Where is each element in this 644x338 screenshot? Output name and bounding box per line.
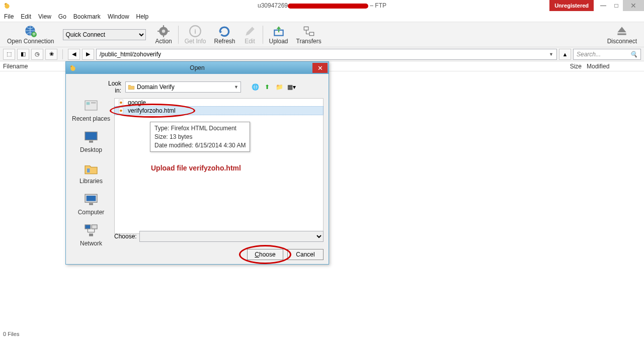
up-level-icon[interactable]: ⬆ [263, 83, 271, 91]
svg-rect-22 [87, 102, 90, 105]
html-file-icon [118, 99, 125, 106]
refresh-icon [218, 25, 231, 38]
svg-rect-29 [89, 203, 93, 205]
file-tooltip: Type: Firefox HTML Document Size: 13 byt… [150, 122, 250, 152]
html-file-icon [118, 107, 125, 114]
menu-help[interactable]: Help [136, 13, 149, 20]
app-icon [3, 2, 11, 10]
minimize-button[interactable]: — [597, 0, 610, 11]
search-field[interactable]: Search... 🔍 [573, 49, 641, 60]
path-field[interactable]: /public_html/zohoverify ▼ [96, 49, 557, 60]
menu-bar: File Edit View Go Bookmark Window Help [0, 11, 644, 22]
pencil-icon [244, 25, 257, 38]
places-sidebar: Recent places Desktop Libraries Computer… [71, 98, 111, 247]
redacted-text [288, 4, 368, 9]
upload-icon [272, 25, 285, 38]
transfers-icon [302, 25, 315, 38]
svg-rect-32 [89, 233, 93, 236]
window-titlebar: u30947269 – FTP Unregistered — □ ✕ [0, 0, 644, 11]
choose-label: Choose: [114, 233, 134, 240]
globe-icon: + [24, 25, 37, 38]
svg-point-34 [120, 102, 122, 104]
cancel-button[interactable]: Cancel [287, 249, 324, 260]
status-bar: 0 Files [3, 331, 19, 337]
place-network[interactable]: Network [80, 223, 102, 247]
refresh-button[interactable]: Refresh [210, 25, 239, 45]
look-in-dropdown[interactable]: Domain Verify ▼ [125, 81, 241, 93]
gear-icon [157, 25, 170, 38]
dialog-title: Open [190, 64, 204, 71]
svg-rect-31 [92, 225, 97, 229]
eject-icon [615, 25, 628, 38]
go-last-icon[interactable]: 🌐 [251, 83, 259, 91]
transfers-button[interactable]: Transfers [292, 25, 326, 45]
svg-rect-30 [85, 225, 91, 229]
svg-rect-17 [618, 33, 626, 35]
svg-point-7 [162, 29, 166, 33]
info-icon: i [189, 25, 202, 38]
menu-window[interactable]: Window [108, 13, 129, 20]
window-title: u30947269 – FTP [258, 2, 386, 9]
dialog-titlebar: Open ✕ [66, 62, 329, 74]
svg-rect-24 [85, 132, 97, 140]
dialog-close-button[interactable]: ✕ [312, 63, 328, 73]
maximize-button[interactable]: □ [610, 0, 623, 11]
look-in-label: Look in: [101, 80, 121, 94]
nav-forward-button[interactable]: ▶ [82, 49, 94, 60]
history-button[interactable]: ◷ [31, 49, 43, 60]
open-dialog: Open ✕ Look in: Domain Verify ▼ 🌐 ⬆ 📁 ▦▾… [65, 61, 329, 265]
toggle-drawer-button[interactable]: ⬚ [3, 49, 15, 60]
main-toolbar: + Open Connection Quick Connect Action i… [0, 22, 644, 47]
menu-go[interactable]: Go [58, 13, 66, 20]
action-button[interactable]: Action [151, 25, 176, 45]
file-list-pane: google... verifyforzoho.html Type: Firef… [114, 98, 324, 234]
search-icon: 🔍 [630, 51, 637, 58]
quick-connect-dropdown[interactable]: Quick Connect [63, 29, 146, 40]
disconnect-button[interactable]: Disconnect [603, 25, 641, 45]
column-modified[interactable]: Modified [582, 63, 609, 70]
svg-rect-15 [304, 27, 308, 30]
svg-rect-23 [91, 102, 96, 104]
menu-view[interactable]: View [38, 13, 51, 20]
file-row-selected[interactable]: verifyforzoho.html [115, 107, 323, 115]
svg-point-36 [120, 110, 122, 112]
menu-file[interactable]: File [4, 13, 14, 20]
nav-up-button[interactable]: ▲ [559, 49, 571, 60]
path-bar: ⬚ ◧ ◷ ❀ ◀ ▶ /public_html/zohoverify ▼ ▲ … [0, 47, 644, 61]
svg-text:i: i [194, 28, 196, 35]
svg-text:+: + [32, 30, 36, 37]
dialog-icon [69, 64, 77, 72]
svg-rect-26 [87, 168, 90, 173]
svg-rect-8 [163, 25, 164, 27]
upload-button[interactable]: Upload [265, 25, 292, 45]
get-info-button[interactable]: i Get Info [181, 25, 210, 45]
bookmarks-button[interactable]: ◧ [17, 49, 29, 60]
svg-rect-9 [163, 35, 164, 37]
close-button[interactable]: ✕ [623, 0, 644, 11]
column-size[interactable]: Size [556, 63, 582, 70]
svg-rect-28 [87, 196, 96, 201]
unregistered-badge[interactable]: Unregistered [549, 0, 594, 11]
place-desktop[interactable]: Desktop [80, 129, 102, 153]
view-menu-icon[interactable]: ▦▾ [287, 83, 295, 91]
bonjour-button[interactable]: ❀ [45, 49, 57, 60]
folder-icon [128, 83, 135, 91]
file-row[interactable]: google... [115, 99, 323, 107]
place-computer[interactable]: Computer [78, 192, 105, 216]
menu-bookmark[interactable]: Bookmark [73, 13, 101, 20]
choose-button[interactable]: Choose [247, 249, 283, 260]
place-recent[interactable]: Recent places [72, 98, 110, 122]
svg-rect-16 [309, 32, 314, 35]
svg-rect-11 [168, 30, 170, 31]
menu-edit[interactable]: Edit [21, 13, 31, 20]
new-folder-icon[interactable]: 📁 [275, 83, 283, 91]
svg-rect-10 [157, 30, 159, 31]
annotation-text: Upload file verifyzoho.html [151, 164, 241, 172]
choose-filename-field[interactable] [139, 231, 324, 242]
open-connection-button[interactable]: + Open Connection [3, 25, 58, 45]
svg-rect-25 [89, 141, 93, 143]
edit-button[interactable]: Edit [239, 25, 261, 45]
nav-back-button[interactable]: ◀ [68, 49, 80, 60]
place-libraries[interactable]: Libraries [79, 160, 103, 185]
